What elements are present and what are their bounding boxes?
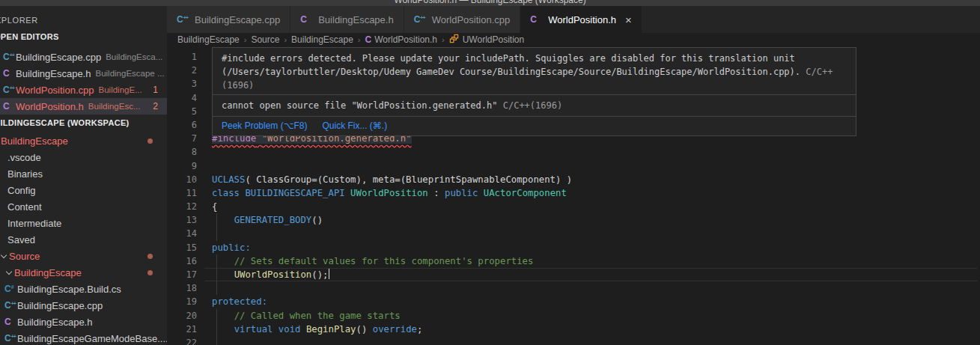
code-line-21[interactable]: 21 virtual void BeginPlay() override; [167,323,980,336]
tree-item-buildingescape-cpp[interactable]: C++BuildingEscape.cpp [0,297,167,314]
popup-message-line-1: #include errors detected. Please update … [222,52,850,65]
code-line-13[interactable]: 13 GENERATED_BODY() [167,213,980,227]
breadcrumb-separator: › [442,35,445,44]
tree-item-config[interactable]: Config [0,182,167,198]
tree-item-buildingescape-build-cs[interactable]: C#BuildingEscape.Build.cs [0,281,167,297]
folder-name: BuildingEscape [1,135,68,147]
popup-include-error: #include errors detected. Please update … [213,48,856,94]
file-path: BuildingE... [99,85,142,94]
cpp-file-icon: C++ [177,15,189,24]
close-icon[interactable]: × [625,14,632,25]
explorer-title: EXPLORER [0,16,38,25]
line-number: 8 [167,145,197,159]
breadcrumb-item-buildingescape[interactable]: BuildingEscape [291,34,353,45]
tree-item-intermediate[interactable]: Intermediate [0,215,167,231]
tab-worldposition-cpp[interactable]: C++WorldPosition.cpp [404,6,521,33]
tree-item-source[interactable]: Source [0,248,167,264]
popup-source-tag: C/C++ [806,67,833,77]
line-content: class BUILDINGESCAPE_API UWorldPosition … [212,186,567,200]
tree-item-binaries[interactable]: Binaries [0,165,167,182]
folder-name: .vscode [7,152,41,163]
file-name: BuildingEscapeGameModeBase.... [17,333,167,344]
breadcrumb-item-uworldposition[interactable]: UWorldPosition [449,34,524,46]
code-line-11[interactable]: 11class BUILDINGESCAPE_API UWorldPositio… [167,186,980,200]
folder-name: Source [9,251,40,262]
indent-guide [216,281,217,295]
breadcrumb-separator: › [284,35,287,44]
cpp-file-icon: C++ [414,15,427,24]
quick-fix-link[interactable]: Quick Fix... (⌘.) [323,119,388,132]
line-number: 2 [167,64,197,77]
tab-buildingescape-h[interactable]: CBuildingEscape.h [290,6,404,33]
tree-item-buildingescape-h[interactable]: CBuildingEscape.h [0,314,167,330]
error-dot-indicator [147,270,153,275]
line-number: 4 [167,91,197,105]
open-editor-item-worldposition-h[interactable]: CWorldPosition.hBuildingEsc...2 [0,98,167,115]
code-line-9[interactable]: 9 [167,159,980,173]
breadcrumb-item-worldposition-h[interactable]: CWorldPosition.h [365,34,438,45]
tree-item-buildingescape[interactable]: BuildingEscape [0,264,167,281]
h-file-icon: C [3,69,16,78]
code-editor[interactable]: 1234567#include "WorldPosition.generated… [167,46,980,345]
breadcrumb-label: UWorldPosition [463,34,524,45]
code-line-19[interactable]: 19protected: [167,295,980,308]
line-number: 5 [167,105,197,118]
code-line-10[interactable]: 10UCLASS( ClassGroup=(Custom), meta=(Blu… [167,173,980,186]
open-editor-item-buildingescape-h[interactable]: CBuildingEscape.hBuildingEscape ... [0,65,167,82]
tree-item-saved[interactable]: Saved [0,231,167,248]
indent-guide [216,227,217,240]
cpp-file-icon: C++ [3,52,16,61]
open-editors-header[interactable]: OPEN EDITORS [0,32,59,41]
tree-item-vscode[interactable]: .vscode [0,149,167,165]
breadcrumb-separator: › [244,35,247,44]
code-line-16[interactable]: 16 // Sets default values for this compo… [167,254,980,268]
line-number: 21 [167,323,197,336]
h-file-icon: C [300,15,313,24]
file-name: WorldPosition.cpp [16,85,94,96]
vscode-window: WorldPosition.h — BuildingEscape (Worksp… [0,0,980,345]
tab-label: BuildingEscape.cpp [195,14,280,25]
text-cursor [329,269,330,279]
tab-worldposition-h[interactable]: CWorldPosition.h× [520,6,642,33]
open-editors-list: C++BuildingEscape.cppBuildingEsca...CBui… [0,49,167,115]
code-line-12[interactable]: 12{ [167,200,980,213]
tree-item-buildingescape[interactable]: BuildingEscape [0,132,167,149]
code-line-22[interactable]: 22 [167,336,980,345]
tree-item-content[interactable]: Content [0,198,167,215]
file-name: WorldPosition.h [16,101,84,112]
open-editor-item-worldposition-cpp[interactable]: C++WorldPosition.cppBuildingE...1 [0,82,167,98]
file-name: BuildingEscape.h [16,68,91,79]
breadcrumb-item-source[interactable]: Source [251,34,279,45]
tab-buildingescape-cpp[interactable]: C++BuildingEscape.cpp [167,6,290,33]
h-file-icon: C [530,15,543,24]
tab-label: BuildingEscape.h [318,14,393,25]
line-number: 15 [167,241,197,254]
popup-error-code: (1696) [222,79,850,92]
tree-item-buildingescapegamemodebase[interactable]: C++BuildingEscapeGameModeBase.... [0,330,167,345]
cs-file-icon: C# [4,284,17,293]
file-name: BuildingEscape.Build.cs [17,284,121,295]
code-line-17[interactable]: 17 UWorldPosition(); [167,268,980,281]
line-content: virtual void BeginPlay() override; [212,323,422,336]
line-content: UWorldPosition(); [212,268,329,281]
line-number: 7 [167,132,197,145]
line-number: 19 [167,295,197,308]
breadcrumb-item-buildingescape[interactable]: BuildingEscape [177,34,240,45]
code-line-15[interactable]: 15public: [167,241,980,254]
file-name: BuildingEscape.h [17,317,92,328]
code-line-20[interactable]: 20 // Called when the game starts [167,309,980,323]
popup-source-tag-2: C/C++(1696) [503,100,562,111]
folder-name: Config [7,185,36,196]
workspace-header[interactable]: BUILDINGESCAPE (WORKSPACE) [0,118,130,127]
code-line-18[interactable]: 18 [167,281,980,295]
code-line-8[interactable]: 8 [167,145,980,159]
file-tree: BuildingEscape.vscodeBinariesConfigConte… [0,132,167,345]
open-editor-item-buildingescape-cpp[interactable]: C++BuildingEscape.cppBuildingEsca... [0,49,167,65]
line-content: // Called when the game starts [212,309,401,323]
code-line-14[interactable]: 14 [167,227,980,240]
peek-problem-link[interactable]: Peek Problem (⌥F8) [222,119,308,132]
line-content: // Sets default values for this componen… [212,254,533,268]
line-number: 10 [167,173,197,186]
line-number: 11 [167,186,197,200]
error-dot-indicator [147,138,153,144]
